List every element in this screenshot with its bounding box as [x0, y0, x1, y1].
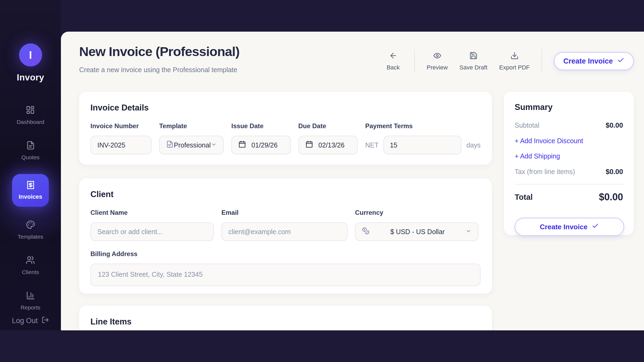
toolbar-divider [414, 49, 415, 73]
template-group: Template Professional [159, 122, 224, 154]
total-label: Total [515, 193, 533, 202]
due-date-field[interactable]: 02/13/26 [298, 136, 358, 154]
subtotal-label: Subtotal [515, 121, 539, 129]
logout-label: Log Out [12, 317, 38, 325]
tax-value: $0.00 [606, 168, 623, 176]
line-items-card: Line Items [79, 306, 492, 330]
template-value: Professional [174, 141, 211, 149]
sidebar-item-label: Invoices [19, 193, 42, 200]
eye-icon [433, 51, 441, 61]
total-value: $0.00 [599, 191, 623, 203]
currency-select[interactable]: $ USD - US Dollar [355, 222, 478, 241]
save-draft-button[interactable]: Save Draft [459, 51, 487, 71]
clients-icon [26, 256, 35, 266]
total-row: Total $0.00 [515, 191, 623, 203]
quotes-icon [26, 141, 35, 151]
calendar-icon [305, 141, 313, 150]
sidebar-item-templates[interactable]: Templates [18, 220, 43, 240]
net-prefix: NET [365, 141, 379, 149]
templates-icon [26, 220, 35, 230]
client-email-label: Email [221, 209, 347, 216]
logout-icon [42, 316, 49, 326]
issue-date-value: 01/29/26 [251, 141, 277, 149]
toolbar-divider [541, 49, 542, 73]
subtotal-row: Subtotal $0.00 [515, 121, 623, 130]
issue-date-group: Issue Date 01/29/26 [231, 122, 291, 154]
app-logo: I Invory [0, 43, 61, 83]
reports-icon [26, 291, 35, 301]
header-toolbar: Back Preview Save Draft Export PDF Creat… [384, 49, 634, 73]
sidebar-item-label: Templates [18, 234, 43, 240]
days-suffix: days [466, 141, 481, 149]
tax-row: Tax (from line items) $0.00 [515, 168, 623, 176]
arrow-left-icon [389, 51, 397, 61]
payment-terms-label: Payment Terms [365, 122, 481, 130]
check-icon [592, 222, 599, 231]
subtotal-value: $0.00 [606, 121, 623, 130]
invoice-details-card: Invoice Details Invoice Number Template … [79, 92, 492, 165]
summary-heading: Summary [515, 102, 623, 112]
client-card: Client Client Name Email Currency $ USD … [79, 178, 492, 294]
logout-button[interactable]: Log Out [0, 316, 61, 326]
sidebar-item-quotes[interactable]: Quotes [21, 141, 40, 161]
issue-date-field[interactable]: 01/29/26 [231, 136, 291, 154]
payment-terms-row: NET days [365, 136, 481, 154]
back-button[interactable]: Back [384, 51, 402, 71]
payment-terms-group: Payment Terms NET days [365, 122, 481, 154]
sidebar-item-label: Clients [22, 269, 39, 275]
sidebar-item-label: Quotes [21, 154, 40, 161]
sidebar-nav: Dashboard Quotes Invoices Templates Clie… [0, 105, 61, 311]
create-invoice-label: Create Invoice [540, 223, 588, 231]
summary-divider [515, 184, 623, 184]
logo-circle: I [19, 43, 42, 67]
save-draft-label: Save Draft [459, 64, 487, 71]
add-invoice-discount-link[interactable]: + Add Invoice Discount [515, 137, 623, 145]
sidebar: I Invory Dashboard Quotes Invoices [0, 0, 61, 330]
file-text-icon [166, 141, 174, 150]
chevron-down-icon [466, 228, 471, 236]
download-icon [510, 51, 519, 61]
client-name-input[interactable] [90, 222, 214, 241]
template-label: Template [159, 122, 224, 130]
save-icon [469, 51, 478, 61]
content-panel: New Invoice (Professional) Create a new … [61, 32, 644, 330]
due-date-group: Due Date 02/13/26 [298, 122, 358, 154]
sidebar-item-clients[interactable]: Clients [22, 256, 39, 275]
chevron-down-icon [211, 141, 217, 149]
tax-label: Tax (from line items) [515, 168, 575, 176]
export-pdf-button[interactable]: Export PDF [499, 51, 530, 71]
billing-address-label: Billing Address [90, 250, 481, 258]
template-select[interactable]: Professional [159, 136, 224, 154]
app-name: Invory [17, 72, 44, 83]
sidebar-item-label: Reports [21, 304, 41, 311]
due-date-value: 02/13/26 [319, 141, 345, 149]
calendar-icon [238, 141, 246, 150]
billing-address-textarea[interactable] [90, 264, 481, 286]
add-shipping-link[interactable]: + Add Shipping [515, 152, 623, 160]
create-invoice-button-summary[interactable]: Create Invoice [515, 218, 624, 236]
sidebar-item-reports[interactable]: Reports [21, 291, 41, 311]
currency-value: $ USD - US Dollar [369, 228, 466, 236]
export-pdf-label: Export PDF [499, 64, 530, 71]
preview-button[interactable]: Preview [427, 51, 448, 71]
invoice-details-heading: Invoice Details [90, 103, 481, 113]
dashboard-icon [26, 105, 35, 116]
logo-letter: I [29, 49, 32, 61]
back-label: Back [387, 64, 400, 71]
currency-group: Currency $ USD - US Dollar [355, 209, 478, 241]
preview-label: Preview [427, 64, 448, 71]
page-title: New Invoice (Professional) [79, 44, 240, 59]
check-icon [617, 57, 624, 66]
coins-icon [362, 227, 369, 236]
invoice-number-label: Invoice Number [90, 122, 152, 130]
payment-terms-input[interactable] [383, 136, 462, 154]
sidebar-item-dashboard[interactable]: Dashboard [17, 105, 44, 125]
client-fields: Client Name Email Currency $ USD - US Do… [90, 209, 481, 241]
invoice-number-group: Invoice Number [90, 122, 152, 154]
client-email-input[interactable] [221, 222, 347, 241]
line-items-heading: Line Items [90, 317, 481, 327]
sidebar-item-invoices[interactable]: Invoices [12, 174, 49, 207]
issue-date-label: Issue Date [231, 122, 291, 130]
invoice-number-input[interactable] [90, 136, 152, 154]
create-invoice-button-top[interactable]: Create Invoice [554, 52, 634, 70]
